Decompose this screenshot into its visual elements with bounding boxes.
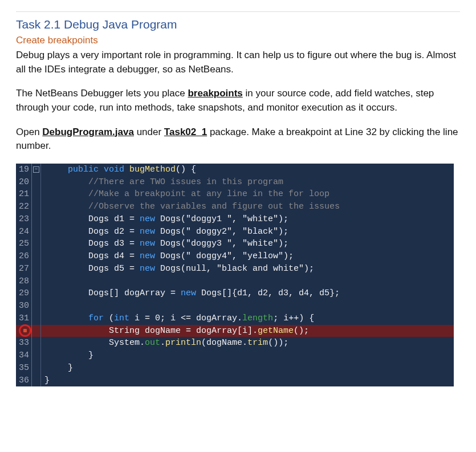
fold-gutter — [32, 374, 41, 387]
code-text — [41, 275, 454, 288]
task-title: Task 2.1 Debug Java Program — [16, 18, 460, 31]
code-line-31[interactable]: 31 for (int i = 0; i <= dogArray.length;… — [16, 312, 454, 325]
code-line-28[interactable]: 28 — [16, 275, 454, 288]
breakpoint-marker[interactable] — [19, 324, 31, 337]
line-number[interactable]: 22 — [16, 201, 32, 213]
code-line-20[interactable]: 20 //There are TWO issues in this progra… — [16, 176, 454, 189]
fold-gutter[interactable]: − — [32, 164, 41, 176]
fold-gutter — [32, 275, 41, 288]
code-line-27[interactable]: 27 Dogs d5 = new Dogs(null, "black and w… — [16, 263, 454, 275]
line-number[interactable]: 30 — [16, 300, 32, 312]
fold-gutter — [32, 325, 41, 337]
code-line-35[interactable]: 35 } — [16, 362, 454, 374]
code-line-21[interactable]: 21 //Make a breakpoint at any line in th… — [16, 188, 454, 201]
code-text: for (int i = 0; i <= dogArray.length; i+… — [41, 312, 454, 325]
code-line-29[interactable]: 29 Dogs[] dogArray = new Dogs[]{d1, d2, … — [16, 287, 454, 300]
line-number[interactable]: 25 — [16, 238, 32, 250]
filename: DebugProgram.java — [42, 127, 134, 137]
line-number[interactable]: 31 — [16, 312, 32, 325]
line-number[interactable]: 20 — [16, 176, 32, 189]
fold-gutter — [32, 300, 41, 312]
document-page: Task 2.1 Debug Java Program Create break… — [0, 0, 476, 398]
package-name: Task02_1 — [164, 127, 207, 137]
fold-gutter — [32, 349, 41, 362]
line-number[interactable]: 28 — [16, 275, 32, 288]
text: under — [134, 127, 164, 137]
code-text: Dogs d2 = new Dogs(" doggy2", "black"); — [41, 226, 454, 238]
code-text: String dogName = dogArray[i].getName(); — [41, 325, 454, 337]
code-text: Dogs d3 = new Dogs("doggy3 ", "white"); — [41, 238, 454, 250]
code-line-26[interactable]: 26 Dogs d4 = new Dogs(" doggy4", "yellow… — [16, 250, 454, 263]
code-text: } — [41, 349, 454, 362]
fold-gutter — [32, 176, 41, 189]
code-line-25[interactable]: 25 Dogs d3 = new Dogs("doggy3 ", "white"… — [16, 238, 454, 250]
code-text: Dogs[] dogArray = new Dogs[]{d1, d2, d3,… — [41, 287, 454, 300]
line-number[interactable]: 26 — [16, 250, 32, 263]
fold-gutter — [32, 201, 41, 213]
paragraph-3: Open DebugProgram.java under Task02_1 pa… — [16, 125, 460, 153]
section-subtitle: Create breakpoints — [16, 35, 460, 46]
fold-gutter — [32, 226, 41, 238]
code-line-36[interactable]: 36 } — [16, 374, 454, 387]
top-rule — [16, 11, 460, 12]
code-text: Dogs d5 = new Dogs(null, "black and whit… — [41, 263, 454, 275]
code-text: Dogs d4 = new Dogs(" doggy4", "yellow"); — [41, 250, 454, 263]
code-line-34[interactable]: 34 } — [16, 349, 454, 362]
line-number[interactable]: 27 — [16, 263, 32, 275]
line-number[interactable]: 19 — [16, 164, 32, 176]
line-number[interactable]: 35 — [16, 362, 32, 374]
code-text: //Make a breakpoint at any line in the f… — [41, 188, 454, 201]
code-text: } — [41, 374, 454, 387]
code-text: public void bugMethod() { — [41, 164, 454, 176]
code-line-30[interactable]: 30 — [16, 300, 454, 312]
line-number[interactable]: 23 — [16, 213, 32, 226]
fold-gutter — [32, 250, 41, 263]
code-text: //Observe the variables and figure out t… — [41, 201, 454, 213]
line-number[interactable]: 21 — [16, 188, 32, 201]
code-line-24[interactable]: 24 Dogs d2 = new Dogs(" doggy2", "black"… — [16, 226, 454, 238]
code-line-19[interactable]: 19 − public void bugMethod() { — [16, 164, 454, 176]
code-line-33[interactable]: 33 System.out.println(dogName.trim()); — [16, 337, 454, 349]
fold-icon[interactable]: − — [33, 166, 39, 173]
fold-gutter — [32, 188, 41, 201]
code-text: } — [41, 362, 454, 374]
fold-gutter — [32, 337, 41, 349]
fold-gutter — [32, 287, 41, 300]
fold-gutter — [32, 263, 41, 275]
code-editor: 19 − public void bugMethod() { 20 //Ther… — [16, 164, 454, 387]
code-line-32-breakpoint[interactable]: String dogName = dogArray[i].getName(); — [16, 325, 454, 337]
code-text: Dogs d1 = new Dogs("doggy1 ", "white"); — [41, 213, 454, 226]
breakpoints-term: breakpoints — [188, 88, 242, 99]
fold-gutter — [32, 312, 41, 325]
code-text — [41, 300, 454, 312]
fold-gutter — [32, 238, 41, 250]
code-line-22[interactable]: 22 //Observe the variables and figure ou… — [16, 201, 454, 213]
line-number[interactable]: 24 — [16, 226, 32, 238]
code-text: System.out.println(dogName.trim()); — [41, 337, 454, 349]
line-number[interactable]: 29 — [16, 287, 32, 300]
line-number[interactable]: 33 — [16, 337, 32, 349]
text: Open — [16, 127, 42, 137]
line-number[interactable]: 34 — [16, 349, 32, 362]
paragraph-1: Debug plays a very important role in pro… — [16, 48, 460, 76]
paragraph-2: The NetBeans Debugger lets you place bre… — [16, 87, 460, 115]
code-line-23[interactable]: 23 Dogs d1 = new Dogs("doggy1 ", "white"… — [16, 213, 454, 226]
fold-gutter — [32, 362, 41, 374]
fold-gutter — [32, 213, 41, 226]
breakpoint-dot-icon — [23, 329, 27, 332]
line-number[interactable]: 36 — [16, 374, 32, 387]
text: The NetBeans Debugger lets you place — [16, 88, 188, 99]
code-text: //There are TWO issues in this program — [41, 176, 454, 189]
